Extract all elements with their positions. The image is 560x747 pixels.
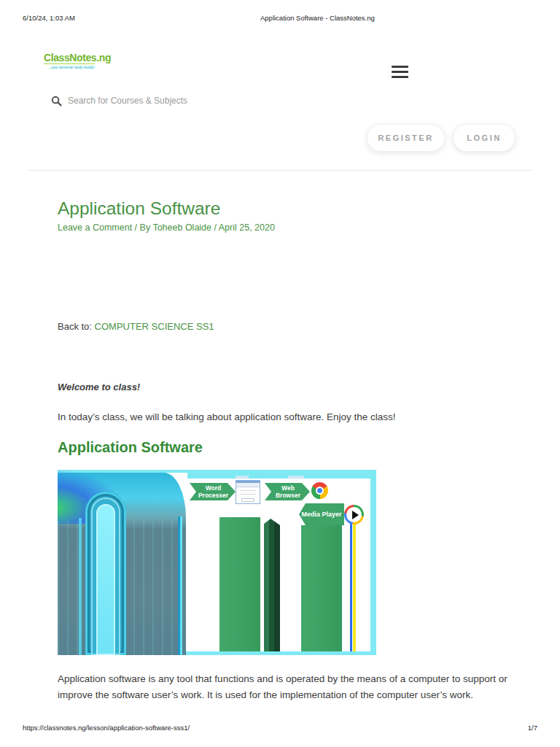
article-meta: Leave a Comment / By Toheeb Olaide / Apr… (58, 222, 275, 233)
site-logo-tagline: ...your personal study buddy! (44, 63, 95, 69)
author-link[interactable]: Toheeb Olaide (152, 222, 211, 233)
print-url: https://classnotes.ng/lesson/application… (23, 724, 190, 732)
print-document-title: Application Software - ClassNotes.ng (260, 14, 375, 22)
chrome-icon-center (316, 487, 324, 495)
illustration-panel: Word Processer Web Browser Media Player (186, 479, 370, 651)
page: 6/10/24, 1:03 AM Application Software - … (0, 0, 560, 747)
course-link[interactable]: COMPUTER SCIENCE SS1 (95, 321, 214, 332)
meta-separator: / By (132, 222, 152, 233)
search-bar[interactable] (51, 93, 292, 109)
header-divider (26, 170, 533, 171)
blue-stripe (350, 522, 352, 651)
meta-separator: / (211, 222, 219, 233)
back-to-line: Back to: COMPUTER SCIENCE SS1 (58, 321, 214, 332)
hamburger-menu-button[interactable] (392, 65, 408, 79)
intro-paragraph: In today’s class, we will be talking abo… (58, 411, 396, 422)
media-player-banner: Media Player (299, 503, 344, 525)
menu-icon (392, 76, 408, 78)
play-triangle-icon (352, 511, 359, 519)
cd-highlight-line (79, 518, 82, 655)
page-title: Application Software (58, 198, 220, 219)
back-to-label: Back to: (58, 321, 95, 332)
word-processor-banner: Word Processer (190, 483, 236, 500)
search-input[interactable] (68, 96, 272, 106)
yellow-stripe (353, 522, 356, 651)
section-heading: Application Software (58, 439, 203, 456)
welcome-text: Welcome to class! (58, 382, 140, 392)
menu-icon (392, 71, 408, 73)
dark-green-bar (264, 519, 280, 651)
post-date: April 25, 2020 (219, 222, 275, 233)
body-paragraph: Application software is any tool that fu… (58, 671, 533, 703)
site-logo-text: ClassNotes.ng (44, 53, 95, 63)
register-button[interactable]: REGISTER (367, 124, 445, 152)
leave-comment-link[interactable]: Leave a Comment (58, 222, 132, 233)
print-datetime: 6/10/24, 1:03 AM (23, 14, 75, 22)
search-icon (51, 96, 62, 107)
play-button-icon (344, 505, 364, 525)
green-bar (219, 517, 260, 651)
application-software-illustration: Word Processer Web Browser Media Player (58, 470, 376, 655)
green-bar (301, 525, 342, 651)
cd-hub-core (96, 504, 115, 655)
login-button[interactable]: LOGIN (453, 124, 516, 152)
web-browser-banner: Web Browser (265, 483, 310, 500)
print-page-number: 1/7 (528, 724, 537, 732)
word-processor-window-icon (236, 480, 260, 504)
cd-edge (180, 516, 182, 655)
play-button-inner (346, 507, 362, 522)
cd-disc (58, 473, 186, 655)
menu-icon (392, 66, 408, 68)
site-logo[interactable]: ClassNotes.ng ...your personal study bud… (44, 53, 95, 69)
chrome-icon (311, 482, 328, 499)
